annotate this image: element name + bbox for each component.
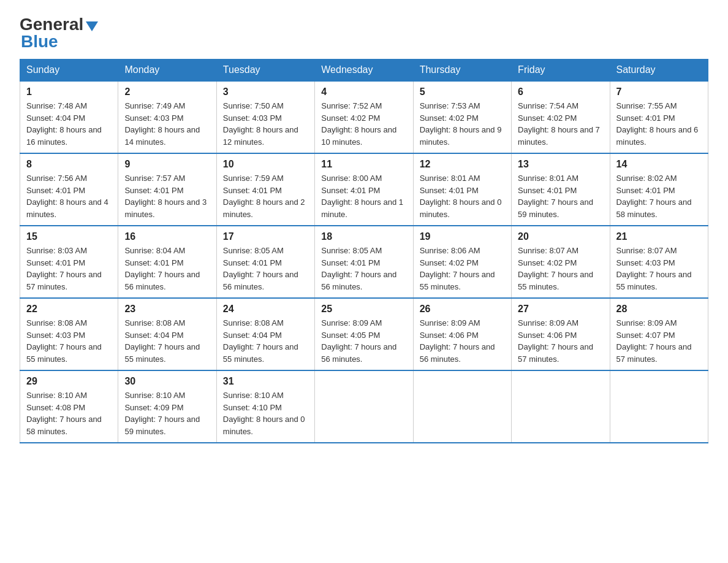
- day-number: 22: [26, 304, 112, 315]
- day-number: 4: [321, 86, 406, 98]
- day-number: 30: [124, 376, 210, 387]
- calendar-cell: 1Sunrise: 7:48 AMSunset: 4:04 PMDaylight…: [20, 81, 118, 153]
- calendar-cell: 9Sunrise: 7:57 AMSunset: 4:01 PMDaylight…: [118, 153, 216, 226]
- page-header: General Blue: [20, 15, 708, 52]
- logo-arrow-icon: [86, 21, 98, 31]
- day-number: 15: [26, 231, 112, 242]
- day-info: Sunrise: 8:09 AMSunset: 4:07 PMDaylight:…: [616, 317, 702, 365]
- day-info: Sunrise: 8:01 AMSunset: 4:01 PMDaylight:…: [518, 172, 603, 220]
- column-header-thursday: Thursday: [413, 59, 511, 82]
- day-info: Sunrise: 7:53 AMSunset: 4:02 PMDaylight:…: [420, 100, 505, 148]
- day-info: Sunrise: 8:10 AMSunset: 4:09 PMDaylight:…: [124, 389, 210, 437]
- day-number: 1: [26, 86, 112, 98]
- calendar-cell: 6Sunrise: 7:54 AMSunset: 4:02 PMDaylight…: [512, 81, 610, 153]
- calendar-cell: 18Sunrise: 8:05 AMSunset: 4:01 PMDayligh…: [315, 226, 413, 298]
- day-number: 26: [420, 304, 505, 315]
- calendar-cell: 8Sunrise: 7:56 AMSunset: 4:01 PMDaylight…: [20, 153, 118, 226]
- day-info: Sunrise: 8:09 AMSunset: 4:06 PMDaylight:…: [518, 317, 603, 365]
- calendar-cell: 17Sunrise: 8:05 AMSunset: 4:01 PMDayligh…: [216, 226, 314, 298]
- day-number: 2: [124, 86, 210, 98]
- calendar-week-row: 22Sunrise: 8:08 AMSunset: 4:03 PMDayligh…: [20, 298, 708, 370]
- day-number: 31: [223, 376, 308, 387]
- day-info: Sunrise: 8:08 AMSunset: 4:04 PMDaylight:…: [223, 317, 308, 365]
- day-number: 11: [321, 159, 406, 170]
- calendar-cell: 30Sunrise: 8:10 AMSunset: 4:09 PMDayligh…: [118, 370, 216, 443]
- calendar-header-row: SundayMondayTuesdayWednesdayThursdayFrid…: [20, 59, 708, 82]
- day-number: 13: [518, 159, 603, 170]
- calendar-cell: 22Sunrise: 8:08 AMSunset: 4:03 PMDayligh…: [20, 298, 118, 370]
- calendar-table: SundayMondayTuesdayWednesdayThursdayFrid…: [20, 59, 708, 443]
- day-info: Sunrise: 7:52 AMSunset: 4:02 PMDaylight:…: [321, 100, 406, 148]
- day-number: 7: [616, 86, 702, 98]
- calendar-cell: 13Sunrise: 8:01 AMSunset: 4:01 PMDayligh…: [512, 153, 610, 226]
- calendar-cell: [315, 370, 413, 443]
- day-info: Sunrise: 8:03 AMSunset: 4:01 PMDaylight:…: [26, 245, 112, 293]
- day-number: 28: [616, 304, 702, 315]
- column-header-friday: Friday: [512, 59, 610, 82]
- day-info: Sunrise: 8:07 AMSunset: 4:02 PMDaylight:…: [518, 245, 603, 293]
- day-info: Sunrise: 7:57 AMSunset: 4:01 PMDaylight:…: [124, 172, 210, 220]
- column-header-saturday: Saturday: [610, 59, 708, 82]
- day-info: Sunrise: 8:05 AMSunset: 4:01 PMDaylight:…: [321, 245, 406, 293]
- calendar-cell: [512, 370, 610, 443]
- day-info: Sunrise: 7:59 AMSunset: 4:01 PMDaylight:…: [223, 172, 308, 220]
- column-header-wednesday: Wednesday: [315, 59, 413, 82]
- day-info: Sunrise: 7:56 AMSunset: 4:01 PMDaylight:…: [26, 172, 112, 220]
- calendar-cell: 26Sunrise: 8:09 AMSunset: 4:06 PMDayligh…: [413, 298, 511, 370]
- calendar-cell: 12Sunrise: 8:01 AMSunset: 4:01 PMDayligh…: [413, 153, 511, 226]
- calendar-cell: 28Sunrise: 8:09 AMSunset: 4:07 PMDayligh…: [610, 298, 708, 370]
- calendar-cell: 14Sunrise: 8:02 AMSunset: 4:01 PMDayligh…: [610, 153, 708, 226]
- day-number: 5: [420, 86, 505, 98]
- day-info: Sunrise: 8:10 AMSunset: 4:10 PMDaylight:…: [223, 389, 308, 437]
- calendar-cell: 20Sunrise: 8:07 AMSunset: 4:02 PMDayligh…: [512, 226, 610, 298]
- calendar-cell: 23Sunrise: 8:08 AMSunset: 4:04 PMDayligh…: [118, 298, 216, 370]
- calendar-cell: 7Sunrise: 7:55 AMSunset: 4:01 PMDaylight…: [610, 81, 708, 153]
- day-info: Sunrise: 7:49 AMSunset: 4:03 PMDaylight:…: [124, 100, 210, 148]
- calendar-cell: 16Sunrise: 8:04 AMSunset: 4:01 PMDayligh…: [118, 226, 216, 298]
- day-number: 25: [321, 304, 406, 315]
- day-info: Sunrise: 8:10 AMSunset: 4:08 PMDaylight:…: [26, 389, 112, 437]
- logo: General Blue: [20, 15, 98, 52]
- calendar-cell: 3Sunrise: 7:50 AMSunset: 4:03 PMDaylight…: [216, 81, 314, 153]
- calendar-cell: 2Sunrise: 7:49 AMSunset: 4:03 PMDaylight…: [118, 81, 216, 153]
- day-info: Sunrise: 8:07 AMSunset: 4:03 PMDaylight:…: [616, 245, 702, 293]
- calendar-cell: 21Sunrise: 8:07 AMSunset: 4:03 PMDayligh…: [610, 226, 708, 298]
- calendar-week-row: 15Sunrise: 8:03 AMSunset: 4:01 PMDayligh…: [20, 226, 708, 298]
- calendar-cell: 25Sunrise: 8:09 AMSunset: 4:05 PMDayligh…: [315, 298, 413, 370]
- day-number: 14: [616, 159, 702, 170]
- logo-blue-text: Blue: [21, 32, 58, 51]
- day-number: 24: [223, 304, 308, 315]
- day-info: Sunrise: 8:09 AMSunset: 4:05 PMDaylight:…: [321, 317, 406, 365]
- day-number: 21: [616, 231, 702, 242]
- day-info: Sunrise: 8:08 AMSunset: 4:04 PMDaylight:…: [124, 317, 210, 365]
- day-info: Sunrise: 8:09 AMSunset: 4:06 PMDaylight:…: [420, 317, 505, 365]
- day-number: 3: [223, 86, 308, 98]
- day-info: Sunrise: 8:02 AMSunset: 4:01 PMDaylight:…: [616, 172, 702, 220]
- day-info: Sunrise: 7:55 AMSunset: 4:01 PMDaylight:…: [616, 100, 702, 148]
- day-number: 10: [223, 159, 308, 170]
- day-number: 20: [518, 231, 603, 242]
- calendar-cell: 15Sunrise: 8:03 AMSunset: 4:01 PMDayligh…: [20, 226, 118, 298]
- calendar-cell: [413, 370, 511, 443]
- day-info: Sunrise: 8:05 AMSunset: 4:01 PMDaylight:…: [223, 245, 308, 293]
- day-number: 16: [124, 231, 210, 242]
- day-number: 8: [26, 159, 112, 170]
- column-header-sunday: Sunday: [20, 59, 118, 82]
- calendar-cell: 11Sunrise: 8:00 AMSunset: 4:01 PMDayligh…: [315, 153, 413, 226]
- day-number: 6: [518, 86, 603, 98]
- day-info: Sunrise: 7:50 AMSunset: 4:03 PMDaylight:…: [223, 100, 308, 148]
- day-number: 12: [420, 159, 505, 170]
- day-number: 23: [124, 304, 210, 315]
- calendar-cell: 5Sunrise: 7:53 AMSunset: 4:02 PMDaylight…: [413, 81, 511, 153]
- calendar-week-row: 8Sunrise: 7:56 AMSunset: 4:01 PMDaylight…: [20, 153, 708, 226]
- day-number: 29: [26, 376, 112, 387]
- day-info: Sunrise: 8:01 AMSunset: 4:01 PMDaylight:…: [420, 172, 505, 220]
- calendar-cell: 19Sunrise: 8:06 AMSunset: 4:02 PMDayligh…: [413, 226, 511, 298]
- column-header-tuesday: Tuesday: [216, 59, 314, 82]
- calendar-week-row: 29Sunrise: 8:10 AMSunset: 4:08 PMDayligh…: [20, 370, 708, 443]
- day-info: Sunrise: 8:08 AMSunset: 4:03 PMDaylight:…: [26, 317, 112, 365]
- day-number: 27: [518, 304, 603, 315]
- calendar-cell: [610, 370, 708, 443]
- calendar-cell: 27Sunrise: 8:09 AMSunset: 4:06 PMDayligh…: [512, 298, 610, 370]
- calendar-cell: 24Sunrise: 8:08 AMSunset: 4:04 PMDayligh…: [216, 298, 314, 370]
